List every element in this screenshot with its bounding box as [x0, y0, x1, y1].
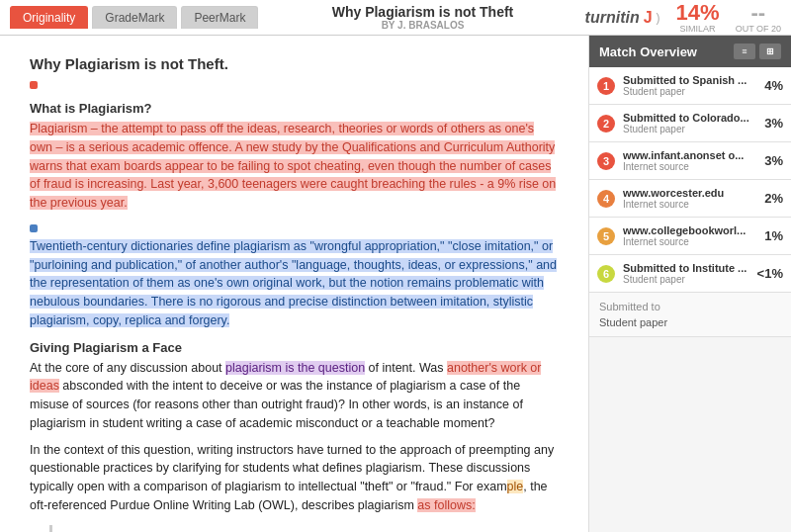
- match-source-4: www.worcester.edu: [623, 187, 758, 199]
- match-item-4[interactable]: 4 www.worcester.edu Internet source 2%: [589, 180, 791, 218]
- match-info-6: Submitted to Institute ... Student paper: [623, 262, 751, 285]
- match-num-4: 4: [597, 190, 615, 208]
- para-4: In the context of this question, writing…: [30, 441, 559, 515]
- match-type-2: Student paper: [623, 124, 758, 134]
- out-of-label: OUT OF 20: [736, 24, 781, 34]
- match-item-2[interactable]: 2 Submitted to Colorado... Student paper…: [589, 105, 791, 142]
- match-info-2: Submitted to Colorado... Student paper: [623, 112, 758, 134]
- out-of-score: --: [750, 2, 765, 24]
- blockquote: There are some actions that can almost u…: [49, 525, 539, 533]
- match-info-1: Submitted to Spanish ... Student paper: [623, 74, 758, 97]
- tab-originality[interactable]: Originality: [10, 6, 88, 29]
- match-pct-4: 2%: [764, 191, 783, 206]
- match-type-5: Internet source: [623, 236, 758, 247]
- tab-peermark[interactable]: PeerMark: [181, 6, 258, 29]
- submitted-to-label: Submitted to: [599, 301, 781, 312]
- match-item-6[interactable]: 6 Submitted to Institute ... Student pap…: [589, 255, 791, 293]
- match-info-3: www.infant.anonset o... Internet source: [623, 149, 758, 172]
- match-list: 1 Submitted to Spanish ... Student paper…: [589, 67, 791, 293]
- match-source-6: Submitted to Institute ...: [623, 262, 751, 274]
- submitted-to-section: Submitted to Student paper: [589, 293, 791, 337]
- match-pct-1: 4%: [764, 78, 783, 93]
- highlight-para1-start: Plagiarism – the attempt to pass off the…: [30, 122, 556, 210]
- sidebar-header: Match Overview ≡ ⊞: [589, 36, 791, 67]
- similarity-label: SIMILAR: [680, 24, 716, 34]
- match-info-4: www.worcester.edu Internet source: [623, 187, 758, 210]
- match-source-5: www.collegebookworl...: [623, 224, 758, 236]
- highlight-example: ple: [507, 480, 524, 493]
- doc-main-title: Why Plagiarism is not Theft.: [30, 55, 559, 72]
- grid-view-icon[interactable]: ⊞: [759, 44, 781, 59]
- tab-grademark[interactable]: GradeMark: [92, 6, 177, 29]
- match-type-6: Student paper: [623, 274, 751, 285]
- match-info-5: www.collegebookworl... Internet source: [623, 224, 758, 247]
- document-author: BY J. BRASALOS: [260, 20, 584, 31]
- para-1: Plagiarism – the attempt to pass off the…: [30, 120, 559, 213]
- section-heading-face: Giving Plagiarism a Face: [30, 340, 559, 355]
- marker-1: [30, 81, 38, 89]
- turnitin-logo: turnitin: [585, 9, 640, 27]
- match-pct-3: 3%: [764, 153, 783, 168]
- para-2: Twentieth-century dictionaries define pl…: [30, 237, 559, 330]
- match-type-4: Internet source: [623, 199, 758, 210]
- match-num-6: 6: [597, 265, 615, 283]
- match-pct-6: <1%: [757, 266, 783, 281]
- list-view-icon[interactable]: ≡: [734, 44, 755, 59]
- highlight-follows: as follows:: [417, 498, 475, 512]
- document-pane: Why Plagiarism is not Theft. What is Pla…: [0, 36, 588, 532]
- para-3: At the core of any discussion about plag…: [30, 359, 559, 433]
- match-pct-5: 1%: [764, 228, 783, 243]
- similarity-score: 14%: [676, 2, 720, 24]
- section-heading-plagiarism: What is Plagiarism?: [30, 101, 559, 116]
- match-source-1: Submitted to Spanish ...: [623, 74, 758, 86]
- match-num-5: 5: [597, 227, 615, 245]
- match-item-3[interactable]: 3 www.infant.anonset o... Internet sourc…: [589, 142, 791, 180]
- highlight-para2: Twentieth-century dictionaries define pl…: [30, 239, 557, 327]
- match-source-2: Submitted to Colorado...: [623, 112, 758, 124]
- match-pct-2: 3%: [764, 116, 783, 131]
- match-item-5[interactable]: 5 www.collegebookworl... Internet source…: [589, 218, 791, 255]
- sidebar-title: Match Overview: [599, 44, 697, 59]
- match-item-1[interactable]: 1 Submitted to Spanish ... Student paper…: [589, 67, 791, 105]
- marker-2: [30, 224, 38, 232]
- match-num-3: 3: [597, 152, 615, 170]
- sidebar: Match Overview ≡ ⊞ 1 Submitted to Spanis…: [588, 36, 791, 532]
- match-type-1: Student paper: [623, 86, 758, 97]
- match-type-3: Internet source: [623, 161, 758, 172]
- match-num-1: 1: [597, 77, 615, 95]
- match-num-2: 2: [597, 115, 615, 133]
- submitted-to-value: Student paper: [599, 316, 781, 328]
- match-source-3: www.infant.anonset o...: [623, 149, 758, 161]
- document-title: Why Plagiarism is not Theft: [260, 4, 584, 20]
- highlight-plagiarism: plagiarism is the question: [225, 361, 365, 375]
